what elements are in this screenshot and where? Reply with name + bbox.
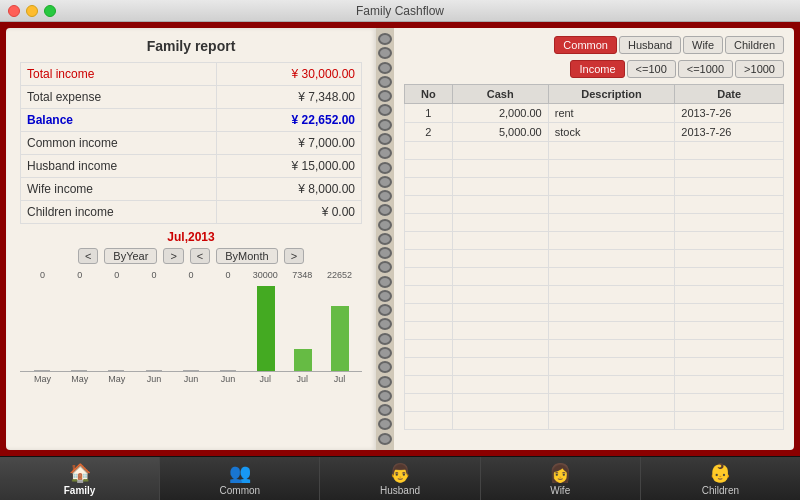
bar-group-jul-expense: [285, 349, 320, 371]
row-label: Balance: [21, 109, 217, 132]
spiral-coil: [378, 404, 392, 416]
data-table: No Cash Description Date 1 2,000.00 rent…: [404, 84, 784, 430]
col-no: No: [405, 85, 453, 104]
filter-lte1000[interactable]: <=1000: [678, 60, 733, 78]
spiral-coil: [378, 347, 392, 359]
tabbar-children-label: Children: [702, 485, 739, 496]
window-title: Family Cashflow: [356, 4, 444, 18]
table-row: Total expense ¥ 7,348.00: [21, 86, 362, 109]
tabbar-husband[interactable]: 👨 Husband: [320, 457, 480, 500]
row-label: Husband income: [21, 155, 217, 178]
by-month-prev-button[interactable]: <: [190, 248, 210, 264]
by-month-next-button[interactable]: >: [284, 248, 304, 264]
spiral-coil: [378, 333, 392, 345]
row-value: ¥ 0.00: [217, 201, 362, 224]
minimize-button[interactable]: [26, 5, 38, 17]
by-month-label: ByMonth: [216, 248, 277, 264]
date-label: Jul,2013: [20, 230, 362, 244]
chart-bars: [20, 282, 362, 372]
bar-group: [99, 370, 134, 371]
tab-common[interactable]: Common: [554, 36, 617, 54]
home-icon: 🏠: [69, 462, 91, 484]
empty-row: [405, 160, 784, 178]
bar: [34, 370, 50, 371]
bar: [183, 370, 199, 371]
bar: [257, 286, 275, 371]
left-panel: Family report Total income ¥ 30,000.00 T…: [6, 28, 376, 450]
bar-group: [211, 370, 246, 371]
spiral-coil: [378, 376, 392, 388]
tab-husband[interactable]: Husband: [619, 36, 681, 54]
row-value: ¥ 15,000.00: [217, 155, 362, 178]
bar-group: [173, 370, 208, 371]
spiral-coil: [378, 147, 392, 159]
spiral-coil: [378, 276, 392, 288]
spiral-coil: [378, 176, 392, 188]
table-row: Children income ¥ 0.00: [21, 201, 362, 224]
empty-row: [405, 394, 784, 412]
cell-cash: 5,000.00: [452, 123, 548, 142]
empty-row: [405, 268, 784, 286]
spiral-coil: [378, 62, 392, 74]
bar: [146, 370, 162, 371]
table-row: Wife income ¥ 8,000.00: [21, 178, 362, 201]
tab-wife[interactable]: Wife: [683, 36, 723, 54]
empty-row: [405, 340, 784, 358]
filter-bar: Income <=100 <=1000 >1000: [404, 60, 784, 78]
filter-gt1000[interactable]: >1000: [735, 60, 784, 78]
spiral-coil: [378, 204, 392, 216]
wife-icon: 👩: [549, 462, 571, 484]
filter-lte100[interactable]: <=100: [627, 60, 676, 78]
traffic-lights: [8, 5, 56, 17]
nav-row: < ByYear > < ByMonth >: [20, 248, 362, 264]
spiral-coil: [378, 290, 392, 302]
row-value: ¥ 22,652.00: [217, 109, 362, 132]
empty-row: [405, 304, 784, 322]
husband-icon: 👨: [389, 462, 411, 484]
empty-row: [405, 322, 784, 340]
spiral-coil: [378, 233, 392, 245]
filter-income[interactable]: Income: [570, 60, 624, 78]
table-row: Husband income ¥ 15,000.00: [21, 155, 362, 178]
by-year-prev-button[interactable]: <: [78, 248, 98, 264]
cell-cash: 2,000.00: [452, 104, 548, 123]
spiral-coil: [378, 162, 392, 174]
row-label: Children income: [21, 201, 217, 224]
table-row: Balance ¥ 22,652.00: [21, 109, 362, 132]
cell-no: 2: [405, 123, 453, 142]
by-year-next-button[interactable]: >: [163, 248, 183, 264]
spiral-coil: [378, 104, 392, 116]
col-date: Date: [675, 85, 784, 104]
main-content: Family report Total income ¥ 30,000.00 T…: [0, 22, 800, 456]
table-row: 2 5,000.00 stock 2013-7-26: [405, 123, 784, 142]
cell-date: 2013-7-26: [675, 104, 784, 123]
bar: [108, 370, 124, 371]
close-button[interactable]: [8, 5, 20, 17]
tabbar-common[interactable]: 👥 Common: [160, 457, 320, 500]
row-value: ¥ 7,000.00: [217, 132, 362, 155]
empty-row: [405, 286, 784, 304]
empty-row: [405, 412, 784, 430]
bar-group-jul-total: [248, 286, 283, 371]
children-icon: 👶: [709, 462, 731, 484]
bar-group: [24, 370, 59, 371]
empty-row: [405, 214, 784, 232]
spiral-coil: [378, 318, 392, 330]
chart-area: 0 0 0 0 0 0 30000 7348 22652: [20, 270, 362, 384]
spiral-coil: [378, 76, 392, 88]
tab-children[interactable]: Children: [725, 36, 784, 54]
spiral-coil: [378, 190, 392, 202]
spiral-coil: [378, 418, 392, 430]
spiral-coil: [378, 261, 392, 273]
spiral-coil: [378, 219, 392, 231]
spiral-coil: [378, 90, 392, 102]
tabbar-children[interactable]: 👶 Children: [641, 457, 800, 500]
tabbar-family[interactable]: 🏠 Family: [0, 457, 160, 500]
tab-bar: Common Husband Wife Children: [404, 36, 784, 54]
maximize-button[interactable]: [44, 5, 56, 17]
col-cash: Cash: [452, 85, 548, 104]
right-panel: Common Husband Wife Children Income <=10…: [394, 28, 794, 450]
tabbar-wife[interactable]: 👩 Wife: [481, 457, 641, 500]
tabbar-wife-label: Wife: [550, 485, 570, 496]
bar-group: [61, 370, 96, 371]
